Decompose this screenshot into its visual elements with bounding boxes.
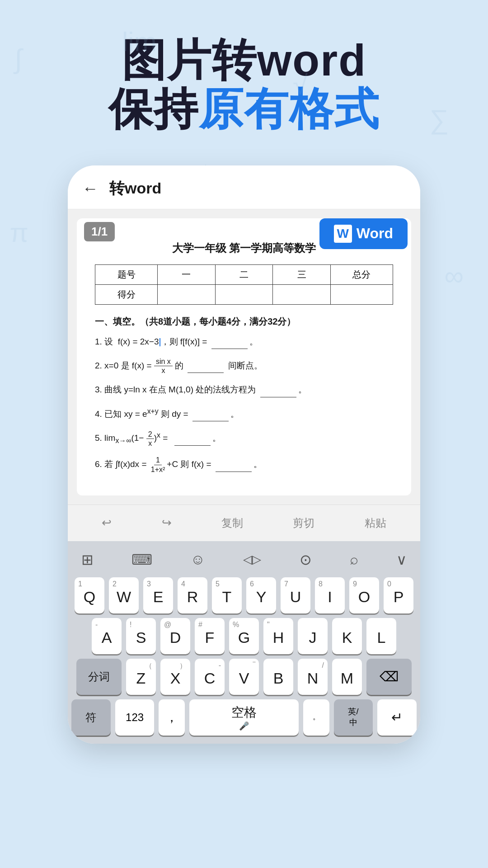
app-header: ← 转word [68,165,420,209]
search-icon[interactable]: ⌕ [345,548,363,571]
emoji-icon[interactable]: ☺ [186,548,210,571]
key-lang[interactable]: 英/中 [334,699,373,736]
table-cell [215,284,273,304]
table-cell: 总分 [330,264,393,284]
table-cell: 题号 [95,264,158,284]
key-fenci[interactable]: 分词 [76,659,122,695]
headline-blue: 原有格式 [199,84,380,134]
math-item-6: 6. 若 ∫f(x)dx = 11+x²+C 则 f(x) = 。 [95,456,393,473]
word-button-label: Word [357,225,393,242]
key-b[interactable]: B [263,659,293,695]
score-table: 题号 一 二 三 总分 得分 [95,264,393,305]
key-j[interactable]: J [298,618,328,654]
headline-line1: 图片转word [27,36,461,85]
undo-button[interactable]: ↩ [94,513,119,533]
key-x[interactable]: ）X [160,659,190,695]
word-icon: W [334,225,352,243]
fraction: sin xx [154,357,173,375]
keyboard-row-4: 符 123 ， 空格 🎤 。 英/中 ↵ [71,699,417,736]
math-item-1: 1. 设 f(x) = 2x−3，则 f[f(x)] = 。 [95,335,393,349]
table-cell [273,284,331,304]
table-row: 得分 [95,284,393,304]
key-r[interactable]: 4R [178,577,207,613]
table-cell: 三 [273,264,331,284]
key-u[interactable]: 7U [281,577,310,613]
math-item-5: 5. limx→∞(1− 2x)x = 。 [95,429,393,448]
keyboard-area: ⊞ ⌨ ☺ ◁▷ ⊙ ⌕ ∨ 1Q 2W 3E 4R 5T 6Y 7U 8I 9… [68,541,420,744]
keyboard-row-2: -A !S @D #F %G "H J K L [71,618,417,654]
key-enter[interactable]: ↵ [377,699,417,736]
text-cursor [160,338,160,346]
link-icon[interactable]: ⊙ [295,548,316,571]
chevron-down-icon[interactable]: ∨ [392,548,411,571]
key-f[interactable]: #F [195,618,225,654]
key-p[interactable]: 0P [384,577,413,613]
math-item-4: 4. 已知 xy = ex+y 则 dy = 。 [95,406,393,422]
keyboard-top-row: ⊞ ⌨ ☺ ◁▷ ⊙ ⌕ ∨ [68,541,420,576]
table-cell [330,284,393,304]
table-cell: 得分 [95,284,158,304]
word-icon-w: W [337,226,349,241]
key-c[interactable]: -C [195,659,225,695]
key-e[interactable]: 3E [143,577,173,613]
table-cell [158,284,216,304]
grid-icon[interactable]: ⊞ [77,548,98,571]
key-space[interactable]: 空格 🎤 [189,699,299,736]
back-button[interactable]: ← [82,179,99,198]
page-badge: 1/1 [84,222,115,241]
cut-button[interactable]: 剪切 [286,513,322,533]
table-cell: 二 [215,264,273,284]
app-title: 转word [109,178,161,199]
key-m[interactable]: M [332,659,362,695]
key-g[interactable]: %G [229,618,259,654]
keyboard-icon[interactable]: ⌨ [127,548,157,571]
blank-line [260,383,296,397]
headline-prefix: 保持 [108,84,199,134]
phone-mockup: ← 转word 1/1 W Word 大学一年级 第一学期高等数学 题号 一 二… [68,165,420,744]
blank-line [192,407,229,421]
key-k[interactable]: K [332,618,362,654]
blank-line [211,335,248,349]
key-fu[interactable]: 符 [71,699,111,736]
math-item-3: 3. 曲线 y=ln x 在点 M(1,0) 处的法线方程为 。 [95,383,393,397]
keyboard-row-3: 分词 （Z ）X -C ‾V B /N M ⌫ [71,659,417,695]
key-q[interactable]: 1Q [75,577,104,613]
key-d[interactable]: @D [160,618,190,654]
word-button[interactable]: W Word [319,218,408,249]
keyboard-row-1: 1Q 2W 3E 4R 5T 6Y 7U 8I 9O 0P [71,577,417,613]
key-l[interactable]: L [366,618,396,654]
key-a[interactable]: -A [92,618,122,654]
copy-button[interactable]: 复制 [214,513,250,533]
key-o[interactable]: 9O [349,577,379,613]
key-i[interactable]: 8I [315,577,345,613]
table-row: 题号 一 二 三 总分 [95,264,393,284]
key-period[interactable]: 。 [303,699,329,736]
section-title: 一、填空。（共8道小题，每小题4分，满分32分） [95,316,393,328]
math-item-2: 2. x=0 是 f(x) = sin xx 的 间断点。 [95,357,393,375]
key-t[interactable]: 5T [212,577,242,613]
paste-button[interactable]: 粘贴 [357,513,394,533]
headline-section: 图片转word 保持原有格式 [0,0,488,152]
blank-line [188,359,224,373]
key-comma[interactable]: ， [159,699,184,736]
doc-content: 大学一年级 第一学期高等数学 题号 一 二 三 总分 得分 [77,218,411,495]
headline-line2: 保持原有格式 [27,85,461,134]
key-v[interactable]: ‾V [229,659,259,695]
keyboard-rows: 1Q 2W 3E 4R 5T 6Y 7U 8I 9O 0P -A !S @D #… [68,576,420,744]
blank-line [174,432,211,446]
key-n[interactable]: /N [298,659,328,695]
fraction: 2x [146,430,154,448]
key-w[interactable]: 2W [109,577,139,613]
key-y[interactable]: 6Y [246,577,276,613]
redo-button[interactable]: ↪ [155,513,179,533]
key-h[interactable]: "H [263,618,293,654]
key-z[interactable]: （Z [126,659,156,695]
cursor-icon[interactable]: ◁▷ [239,550,266,569]
edit-toolbar: ↩ ↪ 复制 剪切 粘贴 [68,505,420,541]
key-delete[interactable]: ⌫ [366,659,412,695]
key-s[interactable]: !S [126,618,156,654]
fraction: 11+x² [149,456,167,473]
table-cell: 一 [158,264,216,284]
key-123[interactable]: 123 [115,699,155,736]
blank-line [216,458,252,472]
